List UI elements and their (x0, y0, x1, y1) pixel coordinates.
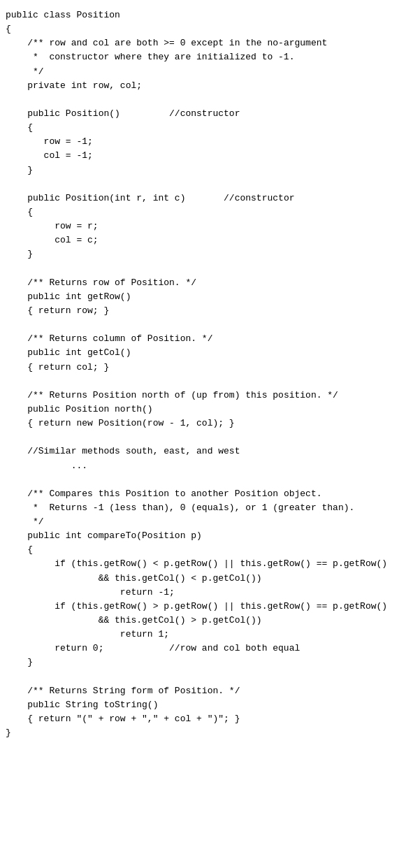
code-content: public class Position { /** row and col … (6, 8, 420, 740)
code-container: public class Position { /** row and col … (6, 6, 420, 743)
